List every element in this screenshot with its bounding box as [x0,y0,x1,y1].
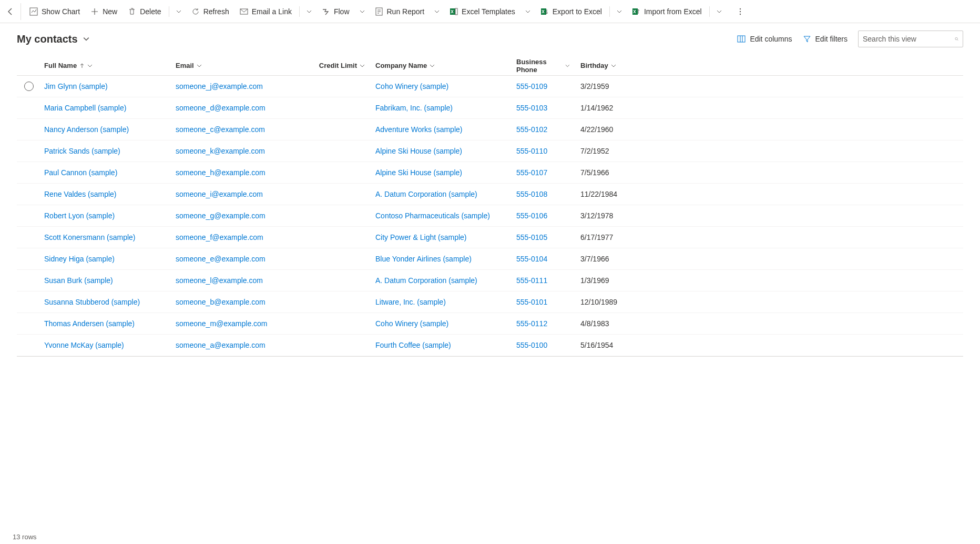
cell-company-name[interactable]: Adventure Works (sample) [375,125,462,134]
cell-business-phone[interactable]: 555-0104 [516,255,547,263]
table-row[interactable]: Nancy Anderson (sample)someone_c@example… [17,119,963,140]
cell-full-name[interactable]: Nancy Anderson (sample) [44,125,129,134]
cell-email[interactable]: someone_i@example.com [176,190,263,198]
table-row[interactable]: Robert Lyon (sample)someone_g@example.co… [17,205,963,227]
run-report-button[interactable]: Run Report [371,3,429,20]
view-selector[interactable]: My contacts [17,33,89,45]
cell-business-phone[interactable]: 555-0109 [516,82,547,90]
show-chart-button[interactable]: Show Chart [25,3,84,20]
cell-email[interactable]: someone_f@example.com [176,233,263,241]
table-row[interactable]: Susan Burk (sample)someone_l@example.com… [17,270,963,291]
table-row[interactable]: Jim Glynn (sample)someone_j@example.comC… [17,76,963,97]
cell-full-name[interactable]: Rene Valdes (sample) [44,190,116,198]
cell-company-name[interactable]: Coho Winery (sample) [375,319,448,328]
cell-company-name[interactable]: Alpine Ski House (sample) [375,168,462,177]
cell-company-name[interactable]: Blue Yonder Airlines (sample) [375,255,472,263]
table-row[interactable]: Susanna Stubberod (sample)someone_b@exam… [17,291,963,313]
cell-business-phone[interactable]: 555-0112 [516,319,547,328]
search-box[interactable] [858,31,963,47]
cell-company-name[interactable]: Alpine Ski House (sample) [375,147,462,155]
export-excel-dropdown[interactable] [613,3,626,20]
cell-full-name[interactable]: Yvonne McKay (sample) [44,341,124,349]
cell-business-phone[interactable]: 555-0108 [516,190,547,198]
row-select[interactable] [17,146,39,156]
cell-email[interactable]: someone_e@example.com [176,255,266,263]
table-row[interactable]: Scott Konersmann (sample)someone_f@examp… [17,227,963,248]
search-input[interactable] [863,35,955,43]
column-header-birthday[interactable]: Birthday [580,62,616,69]
cell-company-name[interactable]: Fourth Coffee (sample) [375,341,451,349]
cell-email[interactable]: someone_g@example.com [176,211,266,220]
cell-email[interactable]: someone_l@example.com [176,276,263,285]
cell-full-name[interactable]: Robert Lyon (sample) [44,211,115,220]
flow-dropdown[interactable] [356,3,369,20]
cell-email[interactable]: someone_a@example.com [176,341,266,349]
cell-company-name[interactable]: Fabrikam, Inc. (sample) [375,104,453,112]
import-excel-button[interactable]: Import from Excel [628,3,706,20]
row-select[interactable] [17,297,39,307]
cell-email[interactable]: someone_k@example.com [176,147,265,155]
row-select[interactable] [17,103,39,113]
cell-business-phone[interactable]: 555-0111 [516,276,547,285]
row-select[interactable] [17,276,39,285]
cell-business-phone[interactable]: 555-0106 [516,211,547,220]
table-row[interactable]: Paul Cannon (sample)someone_h@example.co… [17,162,963,184]
row-select[interactable] [17,211,39,220]
row-select[interactable] [17,233,39,242]
cell-email[interactable]: someone_c@example.com [176,125,265,134]
row-select[interactable] [17,82,39,91]
cell-business-phone[interactable]: 555-0105 [516,233,547,241]
cell-email[interactable]: someone_d@example.com [176,104,266,112]
cell-business-phone[interactable]: 555-0107 [516,168,547,177]
cell-company-name[interactable]: Contoso Pharmaceuticals (sample) [375,211,490,220]
row-select[interactable] [17,125,39,134]
flow-button[interactable]: Flow [318,3,354,20]
refresh-button[interactable]: Refresh [187,3,233,20]
row-select[interactable] [17,340,39,350]
cell-business-phone[interactable]: 555-0101 [516,298,547,306]
cell-company-name[interactable]: A. Datum Corporation (sample) [375,276,477,285]
row-select[interactable] [17,254,39,264]
new-button[interactable]: New [86,3,121,20]
cell-email[interactable]: someone_b@example.com [176,298,266,306]
cell-company-name[interactable]: Litware, Inc. (sample) [375,298,446,306]
table-row[interactable]: Maria Campbell (sample)someone_d@example… [17,97,963,119]
cell-full-name[interactable]: Patrick Sands (sample) [44,147,120,155]
cell-email[interactable]: someone_m@example.com [176,319,268,328]
delete-button[interactable]: Delete [124,3,165,20]
table-row[interactable]: Thomas Andersen (sample)someone_m@exampl… [17,313,963,335]
cell-full-name[interactable]: Jim Glynn (sample) [44,82,108,90]
email-link-dropdown[interactable] [303,3,315,20]
row-select[interactable] [17,168,39,177]
export-excel-button[interactable]: Export to Excel [536,3,606,20]
email-link-button[interactable]: Email a Link [236,3,296,20]
table-row[interactable]: Sidney Higa (sample)someone_e@example.co… [17,248,963,270]
run-report-dropdown[interactable] [431,3,443,20]
edit-filters-button[interactable]: Edit filters [803,35,848,43]
cell-full-name[interactable]: Sidney Higa (sample) [44,255,115,263]
cell-business-phone[interactable]: 555-0102 [516,125,547,134]
cell-full-name[interactable]: Scott Konersmann (sample) [44,233,136,241]
cell-full-name[interactable]: Susan Burk (sample) [44,276,113,285]
cell-email[interactable]: someone_j@example.com [176,82,263,90]
cell-company-name[interactable]: City Power & Light (sample) [375,233,467,241]
import-excel-dropdown[interactable] [713,3,726,20]
cell-full-name[interactable]: Maria Campbell (sample) [44,104,126,112]
column-header-company-name[interactable]: Company Name [375,62,435,69]
cell-business-phone[interactable]: 555-0110 [516,147,547,155]
back-button[interactable] [4,3,21,20]
cell-email[interactable]: someone_h@example.com [176,168,266,177]
row-select[interactable] [17,319,39,328]
cell-business-phone[interactable]: 555-0103 [516,104,547,112]
excel-templates-button[interactable]: Excel Templates [445,3,519,20]
column-header-full-name[interactable]: Full Name [44,62,93,69]
column-header-business-phone[interactable]: Business Phone [516,58,570,74]
table-row[interactable]: Rene Valdes (sample)someone_i@example.co… [17,184,963,205]
cell-full-name[interactable]: Paul Cannon (sample) [44,168,117,177]
cell-full-name[interactable]: Susanna Stubberod (sample) [44,298,140,306]
cell-company-name[interactable]: A. Datum Corporation (sample) [375,190,477,198]
cell-company-name[interactable]: Coho Winery (sample) [375,82,448,90]
table-row[interactable]: Yvonne McKay (sample)someone_a@example.c… [17,335,963,356]
column-header-email[interactable]: Email [176,62,202,69]
cell-full-name[interactable]: Thomas Andersen (sample) [44,319,135,328]
